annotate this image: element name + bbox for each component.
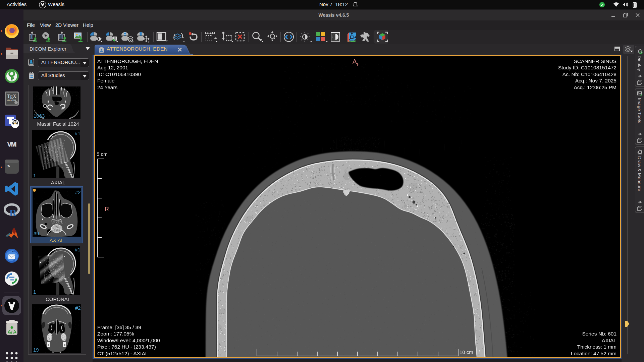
svg-text:R: R	[9, 207, 17, 218]
svg-text:>_: >_	[7, 164, 13, 169]
svg-text:MAKER: MAKER	[7, 99, 16, 102]
svg-text:VM: VM	[7, 140, 16, 148]
